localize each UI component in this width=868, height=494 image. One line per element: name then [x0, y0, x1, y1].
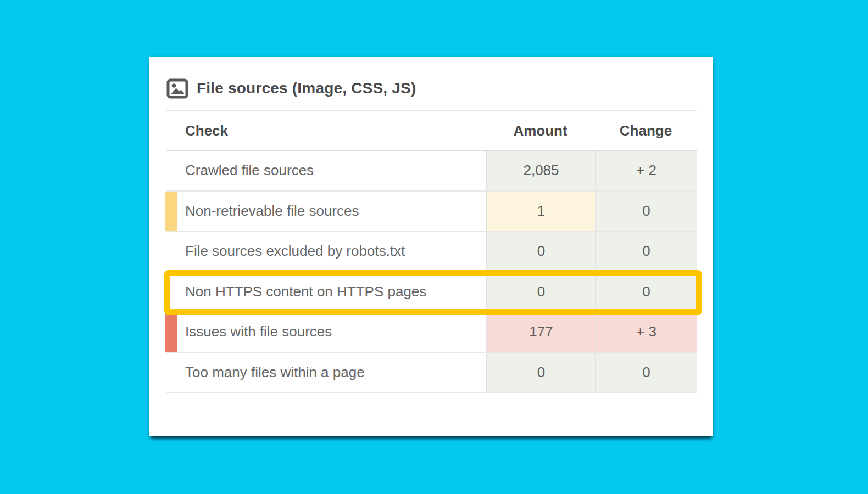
- card-header: File sources (Image, CSS, JS): [166, 57, 697, 111]
- table-row-too-many-files[interactable]: Too many files within a page 0 0: [166, 353, 697, 394]
- column-header-change: Change: [595, 122, 697, 139]
- table-row-non-retrievable-file-sources[interactable]: Non-retrievable file sources 1 0: [166, 192, 697, 232]
- amount-cell: 177: [486, 312, 595, 352]
- warning-marker: [165, 192, 177, 231]
- image-icon: [166, 78, 188, 99]
- table-row-crawled-file-sources[interactable]: Crawled file sources 2,085 + 2: [166, 151, 697, 192]
- table-body: Crawled file sources 2,085 + 2 Non-retri…: [166, 151, 697, 393]
- table-row-file-sources-excluded-by-robots[interactable]: File sources excluded by robots.txt 0 0: [166, 232, 697, 272]
- column-header-check: Check: [166, 122, 486, 139]
- change-cell: 0: [595, 192, 697, 231]
- check-label: Non-retrievable file sources: [166, 192, 486, 231]
- amount-cell: 0: [486, 272, 595, 312]
- check-label: Too many files within a page: [166, 353, 486, 392]
- check-label: Issues with file sources: [166, 312, 486, 352]
- check-label: File sources excluded by robots.txt: [166, 232, 486, 271]
- amount-cell: 0: [486, 353, 595, 392]
- amount-cell: 1: [486, 192, 595, 231]
- table-row-non-https-content[interactable]: Non HTTPS content on HTTPS pages 0 0: [166, 272, 697, 313]
- check-label: Crawled file sources: [166, 151, 486, 190]
- column-header-amount: Amount: [486, 122, 595, 139]
- desktop-background: { "card": { "title": "File sources (Imag…: [0, 0, 868, 494]
- table-row-issues-with-file-sources[interactable]: Issues with file sources 177 + 3: [166, 312, 697, 353]
- change-cell: + 2: [595, 151, 697, 190]
- change-cell: 0: [595, 353, 697, 392]
- file-sources-card: File sources (Image, CSS, JS) Check Amou…: [149, 57, 713, 436]
- card-title: File sources (Image, CSS, JS): [197, 80, 416, 97]
- change-cell: 0: [595, 272, 697, 312]
- amount-cell: 0: [486, 232, 595, 271]
- error-marker: [165, 312, 177, 352]
- check-label: Non HTTPS content on HTTPS pages: [166, 272, 486, 312]
- change-cell: 0: [595, 232, 697, 271]
- change-cell: + 3: [595, 312, 697, 352]
- table-header-row: Check Amount Change: [166, 111, 697, 151]
- amount-cell: 2,085: [486, 151, 595, 190]
